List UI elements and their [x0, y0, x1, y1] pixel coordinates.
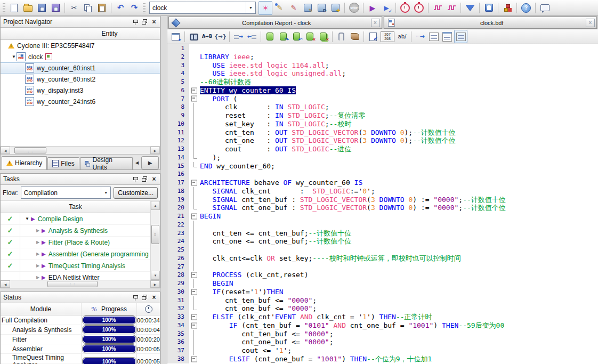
code-line[interactable]: 30 IF(reset='1')THEN — [167, 288, 598, 296]
code-line[interactable]: 9 reset : IN STD_LOGIC;--复位清零 — [167, 111, 598, 120]
help-icon[interactable]: ? — [520, 2, 532, 14]
task-row[interactable]: ✓▼▶Compile Design — [1, 213, 150, 225]
settings-chip-icon[interactable]: ✎ — [301, 2, 314, 14]
code-line[interactable]: 18 SIGNAL clk_cnt : STD_LOGIC:='0'; — [167, 187, 598, 196]
netlist-viewer-icon[interactable] — [501, 2, 514, 14]
tree-item[interactable]: Cyclone III: EP3C55F484I7 — [1, 40, 160, 51]
tab-scroll-right-icon[interactable]: ▶ — [141, 156, 159, 169]
format-indent-icon[interactable] — [441, 30, 453, 43]
tab-compilation-report[interactable]: Compilation Report - clock × — [168, 17, 382, 29]
code-line[interactable]: 8 clk : IN STD_LOGIC; — [167, 103, 598, 111]
close-icon[interactable]: × — [150, 175, 158, 183]
macro-icon[interactable] — [349, 30, 361, 43]
device-chip-icon[interactable]: D — [315, 2, 328, 14]
close-icon[interactable]: × — [150, 18, 158, 26]
task-row[interactable]: ▶▶EDA Netlist Writer — [1, 272, 150, 280]
scroll-thumb[interactable]: ≡ — [151, 225, 159, 244]
pin-planner-icon[interactable]: ✎ — [287, 2, 300, 14]
float-icon[interactable] — [140, 294, 149, 301]
format-full-icon[interactable] — [454, 30, 467, 43]
code-line[interactable]: 10 set_key : IN STD_LOGIC;--校时 — [167, 120, 598, 128]
cut-icon[interactable]: ✂ — [68, 2, 80, 14]
save-project-icon[interactable] — [49, 2, 62, 14]
fold-marker-icon[interactable] — [189, 321, 200, 330]
chip-planner-icon[interactable] — [482, 2, 495, 14]
paste-icon[interactable] — [95, 2, 108, 14]
project-combobox[interactable]: clock ▼ — [149, 2, 256, 14]
code-line[interactable]: 16 — [167, 170, 598, 179]
code-line[interactable]: 36 cnt_one_buf <= "0000"; — [167, 338, 598, 346]
code-line[interactable]: 4 USE ieee.std_logic_unsigned.all; — [167, 69, 598, 78]
scroll-right-icon[interactable]: ▶ — [150, 147, 160, 154]
stop-icon[interactable]: STOP — [348, 2, 360, 14]
code-line[interactable]: 19 SIGNAL cnt_ten_buf : STD_LOGIC_VECTOR… — [167, 196, 598, 204]
code-line[interactable]: 21BEGIN — [167, 212, 598, 221]
pin-icon[interactable] — [131, 294, 139, 301]
outdent-icon[interactable]: ← — [246, 30, 258, 43]
insert-mode-icon[interactable]: ⋯→ — [414, 30, 426, 43]
start-analysis-icon[interactable]: ▶✓ — [380, 2, 393, 14]
code-line[interactable]: 34 IF (cnt_ten_buf = "0101" AND cnt_one_… — [167, 321, 598, 330]
scroll-left-icon[interactable]: ◀ — [1, 147, 10, 154]
undo-icon[interactable]: ↶ — [114, 2, 127, 14]
fold-marker-icon[interactable] — [189, 355, 200, 363]
scroll-thumb[interactable]: ⋮⋮ — [47, 281, 98, 287]
code-line[interactable]: 33 ELSIF (clk_cnt'EVENT AND clk_cnt = '1… — [167, 313, 598, 321]
code-line[interactable]: 13 cout : OUT STD_LOGIC--进位 — [167, 145, 598, 153]
tab-files[interactable]: Files — [47, 157, 79, 169]
assignment-editor-icon[interactable]: ✎ — [273, 2, 286, 14]
export-report-icon[interactable] — [169, 30, 182, 43]
timing-report-icon[interactable] — [413, 2, 425, 14]
dock-splitter[interactable] — [160, 16, 167, 364]
analyze-current-file-icon[interactable] — [367, 30, 379, 43]
open-file-icon[interactable] — [21, 2, 34, 14]
toolbar-grip[interactable] — [3, 3, 5, 13]
code-line[interactable]: 11 cnt_ten : OUT STD_LOGIC_VECTOR(3 DOWN… — [167, 128, 598, 137]
tree-item[interactable]: ▼□▣BDFclock — [1, 51, 160, 62]
expander-closed-icon[interactable]: ▶ — [34, 275, 42, 280]
tree-item[interactable]: abcVHDwy_dispaly:inst3 — [1, 85, 160, 96]
expander-closed-icon[interactable]: ▶ — [34, 252, 42, 256]
close-icon[interactable]: × — [150, 294, 158, 301]
code-line[interactable]: 31 cnt_ten_buf <= "0000"; — [167, 296, 598, 305]
code-line[interactable]: 15END wy_counter_60; — [167, 162, 598, 171]
code-line[interactable]: 27 — [167, 263, 598, 271]
expander-closed-icon[interactable]: ▶ — [34, 263, 42, 268]
code-line[interactable]: 35 cnt_ten_buf <= "0000"; — [167, 330, 598, 338]
task-row[interactable]: ✓▶▶Assembler (Generate programming file — [1, 248, 150, 260]
fold-marker-icon[interactable] — [189, 288, 200, 296]
fold-marker-icon[interactable] — [189, 212, 200, 221]
code-editor[interactable]: 12LIBRARY ieee;3 USE ieee.std_logic_1164… — [167, 44, 598, 364]
replace-icon[interactable]: A→B — [201, 30, 213, 43]
code-line[interactable]: 23 cnt_ten <= cnt_ten_buf;--计数值十位 — [167, 229, 598, 238]
expander-open-icon[interactable]: ▼ — [23, 216, 31, 221]
code-line[interactable]: 25 — [167, 246, 598, 254]
code-line[interactable]: 24 cnt_one <= cnt_one_buf;--计数值个位 — [167, 237, 598, 246]
simulation-wave-icon[interactable] — [431, 2, 444, 14]
bookmark-delete-all-icon[interactable]: × — [317, 30, 329, 43]
tab-scroll-left-icon[interactable]: ◀ — [133, 158, 141, 168]
save-file-icon[interactable] — [35, 2, 48, 14]
toolbar-grip[interactable] — [143, 3, 146, 13]
code-line[interactable]: 5--60进制计数器 — [167, 78, 598, 86]
code-line[interactable]: 7 PORT ( — [167, 95, 598, 103]
scroll-up-icon[interactable]: ▲ — [151, 201, 160, 210]
close-icon[interactable]: × — [371, 19, 380, 27]
rtl-simulation-wave-icon[interactable] — [445, 2, 458, 14]
scroll-thumb[interactable]: ⋮⋮ — [14, 147, 46, 153]
expander-closed-icon[interactable]: ▶ — [34, 240, 42, 245]
customize-button[interactable]: Customize... — [114, 187, 158, 199]
code-line[interactable]: 6ENTITY wy_counter_60 IS — [167, 86, 598, 95]
design-partition-chip-icon[interactable]: ✚ — [329, 2, 342, 14]
bookmark-next-icon[interactable]: ↷ — [277, 30, 289, 43]
task-row[interactable]: ✓▶▶Fitter (Place & Route) — [1, 237, 150, 248]
format-outline-icon[interactable] — [427, 30, 440, 43]
project-navigator-toggle-icon[interactable]: ✶ — [258, 1, 272, 15]
fold-marker-icon[interactable] — [189, 313, 200, 321]
bookmark-icon[interactable] — [264, 30, 276, 43]
goto-matching-icon[interactable]: {→} — [214, 30, 227, 43]
close-icon[interactable]: × — [586, 19, 595, 27]
scroll-down-icon[interactable]: ▼ — [151, 271, 160, 280]
tab-hierarchy[interactable]: Hierarchy — [2, 156, 47, 169]
chevron-down-icon[interactable]: ▼ — [101, 187, 110, 198]
